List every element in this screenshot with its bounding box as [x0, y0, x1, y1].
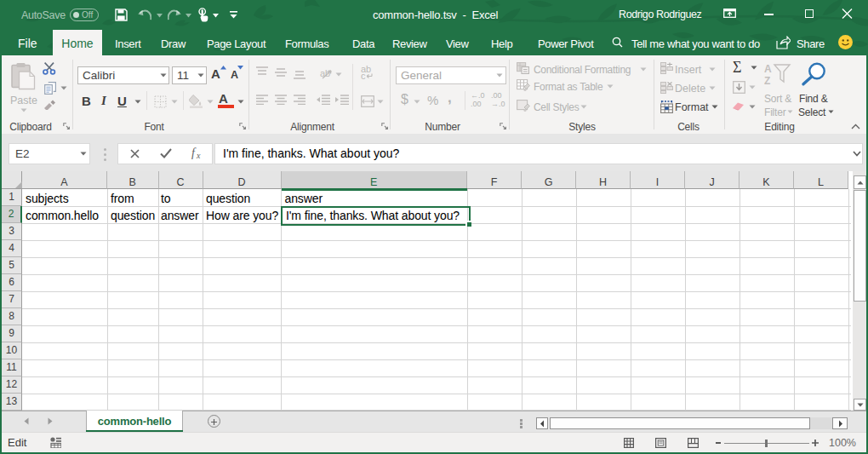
svg-text:c: c	[361, 71, 366, 80]
svg-text:A: A	[764, 63, 772, 75]
svg-text:Z: Z	[764, 75, 770, 85]
